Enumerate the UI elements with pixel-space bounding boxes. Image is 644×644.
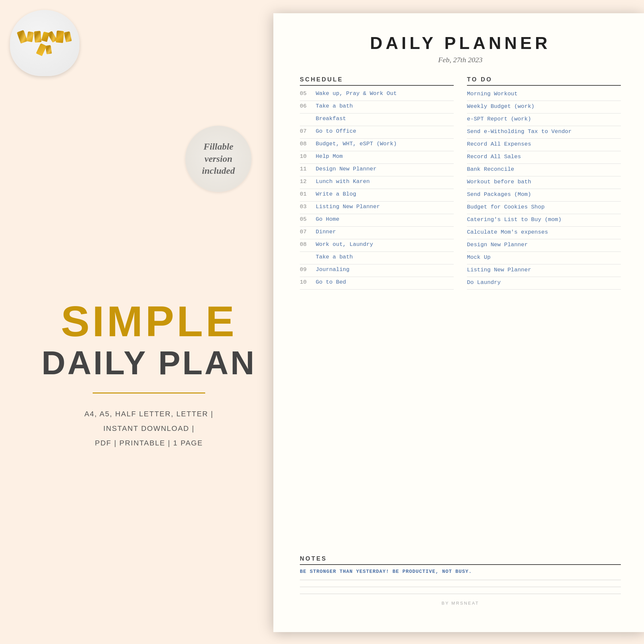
schedule-item: 07 Dinner	[300, 227, 454, 239]
schedule-item: 07 Go to Office	[300, 126, 454, 139]
schedule-item: 05 Go Home	[300, 214, 454, 227]
schedule-item: 03 Listing New Planner	[300, 202, 454, 214]
schedule-item: 01 Write a Blog	[300, 189, 454, 202]
schedule-task: Listing New Planner	[316, 204, 454, 210]
title-daily-plan: DAILY PLAN	[41, 346, 256, 379]
schedule-task: Go Home	[316, 216, 454, 222]
schedule-task: Help Mom	[316, 153, 454, 160]
schedule-time: 05	[300, 216, 312, 222]
todo-text: Workout before bath	[467, 179, 531, 185]
todo-text: Record All Expenses	[467, 141, 531, 147]
planner-columns: SCHEDULE 05 Wake up, Pray & Work Out 06 …	[300, 76, 621, 596]
schedule-header: SCHEDULE	[300, 76, 454, 83]
subtitle-line3-text: PDF | PRINTABLE | 1 PAGE	[95, 439, 203, 447]
gold-divider	[93, 392, 205, 393]
subtitle-line3: PDF | PRINTABLE | 1 PAGE	[84, 436, 213, 450]
planner-document: DAILY PLANNER Feb, 27th 2023 SCHEDULE 05…	[273, 13, 644, 632]
notes-line-2	[300, 587, 621, 587]
fillable-text: Fillable	[204, 141, 233, 153]
subtitle: A4, A5, HALF LETTER, LETTER | INSTANT DO…	[84, 407, 213, 450]
schedule-time: 07	[300, 229, 312, 235]
fillable-badge: Fillable version included	[185, 126, 252, 192]
todo-text: Send Packages (Mom)	[467, 191, 531, 198]
todo-divider	[467, 85, 621, 86]
schedule-task: Write a Blog	[316, 191, 454, 197]
schedule-task: Dinner	[316, 229, 454, 235]
schedule-item: 06 Take a bath	[300, 101, 454, 114]
schedule-time: 07	[300, 128, 312, 134]
notes-line-3	[300, 594, 621, 594]
by-mrsneat: BY MRSNEAT	[300, 601, 621, 606]
version-text: version	[205, 153, 232, 165]
schedule-divider	[300, 85, 454, 86]
schedule-task: Lunch with Karen	[316, 178, 454, 185]
todo-text: Calculate Mom's expenses	[467, 229, 548, 235]
todo-item: Design New Planner	[467, 239, 621, 252]
schedule-item: 12 Lunch with Karen	[300, 176, 454, 189]
schedule-task: Take a bath	[316, 103, 454, 109]
todo-text: Design New Planner	[467, 242, 528, 248]
notes-content: BE STRONGER THAN YESTERDAY! BE PRODUCTIV…	[300, 569, 621, 575]
schedule-item: 08 Work out, Laundry	[300, 239, 454, 252]
schedule-item: 08 Budget, WHT, eSPT (Work)	[300, 139, 454, 151]
todo-text: Record All Sales	[467, 154, 521, 160]
schedule-item: Breakfast	[300, 114, 454, 126]
todo-item: Calculate Mom's expenses	[467, 227, 621, 239]
todo-text: e-SPT Report (work)	[467, 116, 531, 122]
schedule-item: Take a bath	[300, 252, 454, 264]
todo-column: TO DO Morning WorkoutWeekly Budget (work…	[467, 76, 621, 596]
schedule-item: 10 Help Mom	[300, 151, 454, 164]
schedule-time: 11	[300, 166, 312, 172]
schedule-time: 08	[300, 241, 312, 248]
todo-text: Mock Up	[467, 254, 490, 260]
schedule-item: 10 Go to Bed	[300, 277, 454, 290]
todo-item: Budget for Cookies Shop	[467, 202, 621, 214]
schedule-time: 03	[300, 204, 312, 210]
schedule-item: 09 Journaling	[300, 264, 454, 277]
included-text: included	[202, 165, 235, 177]
schedule-time: 01	[300, 191, 312, 197]
schedule-task: Budget, WHT, eSPT (Work)	[316, 141, 454, 147]
title-block: SIMPLE DAILY PLAN A4, A5, HALF LETTER, L…	[41, 234, 256, 450]
todo-text: Budget for Cookies Shop	[467, 204, 545, 210]
todo-text: Bank Reconcile	[467, 166, 514, 172]
subtitle-line1: A4, A5, HALF LETTER, LETTER |	[84, 407, 213, 421]
todo-item: Record All Sales	[467, 151, 621, 164]
todo-text: Do Laundry	[467, 279, 501, 286]
todo-item: Do Laundry	[467, 277, 621, 290]
notes-header: NOTES	[300, 555, 621, 562]
todo-header: TO DO	[467, 76, 621, 83]
todo-list: Morning WorkoutWeekly Budget (work)e-SPT…	[467, 88, 621, 290]
schedule-time: 12	[300, 178, 312, 185]
schedule-time: 09	[300, 266, 312, 273]
planner-date: Feb, 27th 2023	[300, 56, 621, 64]
todo-item: Mock Up	[467, 252, 621, 264]
todo-text: Catering's List to Buy (mom)	[467, 216, 562, 223]
schedule-time: 10	[300, 279, 312, 285]
todo-item: Record All Expenses	[467, 139, 621, 151]
planner-title: DAILY PLANNER	[300, 33, 621, 53]
todo-text: Listing New Planner	[467, 267, 531, 273]
todo-text: Weekly Budget (work)	[467, 103, 534, 110]
clip-bowl-decoration	[10, 10, 83, 83]
schedule-task: Go to Office	[316, 128, 454, 134]
notes-divider	[300, 564, 621, 565]
left-panel: Fillable version included SIMPLE DAILY P…	[0, 0, 298, 644]
schedule-column: SCHEDULE 05 Wake up, Pray & Work Out 06 …	[300, 76, 454, 596]
schedule-time: 06	[300, 103, 312, 109]
todo-item: Catering's List to Buy (mom)	[467, 214, 621, 227]
todo-item: e-SPT Report (work)	[467, 114, 621, 126]
schedule-task: Journaling	[316, 266, 454, 273]
notes-line-1	[300, 580, 621, 580]
todo-item: Listing New Planner	[467, 264, 621, 277]
schedule-item: 11 Design New Planner	[300, 164, 454, 176]
todo-item: Weekly Budget (work)	[467, 101, 621, 114]
schedule-task: Work out, Laundry	[316, 241, 454, 248]
schedule-list: 05 Wake up, Pray & Work Out 06 Take a ba…	[300, 88, 454, 290]
todo-item: Workout before bath	[467, 176, 621, 189]
todo-item: Send e-Witholding Tax to Vendor	[467, 126, 621, 139]
schedule-item: 05 Wake up, Pray & Work Out	[300, 88, 454, 101]
subtitle-line2: INSTANT DOWNLOAD |	[84, 421, 213, 436]
notes-section: NOTES BE STRONGER THAN YESTERDAY! BE PRO…	[300, 555, 621, 606]
todo-text: Send e-Witholding Tax to Vendor	[467, 128, 572, 135]
